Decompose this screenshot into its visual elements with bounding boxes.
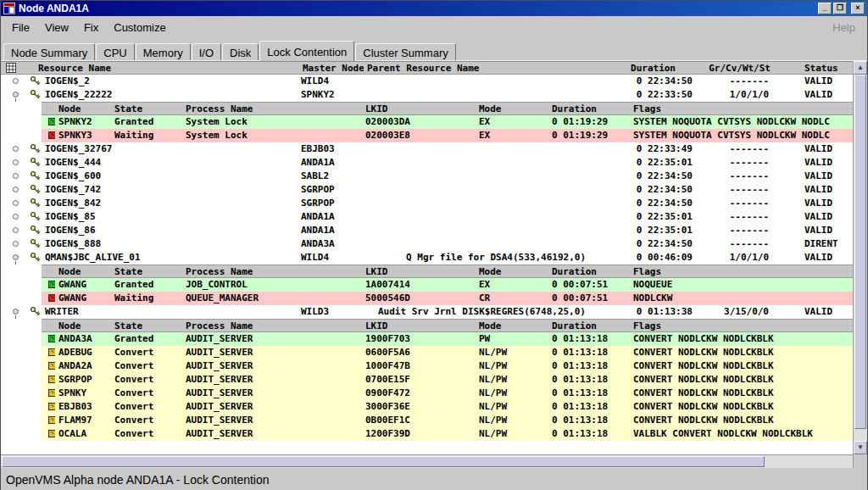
tree-toggle-icon[interactable] (1, 224, 25, 237)
resource-status: VALID (781, 156, 853, 170)
horizontal-scrollbar[interactable] (1, 454, 853, 468)
lock-row[interactable]: FLAM97ConvertAUDIT_SERVER0B00EF1CNL/PW0 … (42, 414, 853, 427)
resource-duration: 0 22:33:49 (589, 142, 699, 156)
lock-row[interactable]: SPNKYConvertAUDIT_SERVER0900F472NL/PW0 0… (42, 387, 853, 400)
scroll-down-icon[interactable]: ▼ (854, 441, 867, 454)
minimize-button[interactable]: _ (818, 3, 832, 14)
lock-row[interactable]: GWANGGrantedJOB_CONTROL1A007414EX0 00:07… (42, 278, 853, 292)
lock-state-icon (42, 115, 55, 129)
tab-lock-contention[interactable]: Lock Contention (259, 41, 354, 61)
lock-col-lkid: LKID (362, 320, 476, 331)
resource-row[interactable]: IOGEN$_444ANDA1A0 22:35:01-------VALID (1, 156, 853, 170)
title-bar[interactable]: Node ANDA1A _ ❐ × (1, 1, 867, 16)
close-button[interactable]: × (851, 3, 865, 14)
resource-row[interactable]: IOGEN$_2WILD40 22:34:50-------VALID (1, 75, 853, 88)
resource-row[interactable]: IOGEN$_600SABL20 22:34:50-------VALID (1, 170, 853, 183)
tab-io[interactable]: I/O (192, 43, 221, 60)
menu-file[interactable]: File (4, 19, 37, 36)
resource-row[interactable]: IOGEN$_85ANDA1A0 22:35:01-------VALID (1, 210, 853, 224)
resource-row[interactable]: WRITERWILD3Audit Srv Jrnl DISK$REGRES(67… (1, 305, 853, 319)
vertical-scrollbar[interactable]: ▲ ▼ (853, 61, 867, 454)
lock-state-icon (42, 292, 55, 305)
lock-row[interactable]: ANDA2AConvertAUDIT_SERVER1000F47BNL/PW0 … (42, 359, 853, 373)
tab-memory[interactable]: Memory (136, 43, 191, 60)
tree-toggle-icon[interactable] (1, 88, 25, 102)
resource-key-icon (25, 170, 43, 183)
resource-key-icon (25, 251, 43, 264)
resource-row[interactable]: IOGEN$_742SGRPOP0 22:34:50-------VALID (1, 183, 853, 197)
resource-row[interactable]: QMAN$JBC_ALIVE_01WILD4Q Mgr file for DSA… (1, 251, 853, 264)
col-duration[interactable]: Duration (589, 62, 699, 74)
resource-row[interactable]: IOGEN$_22222SPNKY20 22:33:501/0/1/0VALID (1, 88, 853, 102)
resource-name: IOGEN$_22222 (43, 88, 299, 102)
gr-cv-wt-st-value: ------- (699, 210, 781, 224)
menu-fix[interactable]: Fix (76, 19, 106, 36)
lock-row[interactable]: ADEBUGConvertAUDIT_SERVER0600F5A6NL/PW0 … (42, 346, 853, 359)
resource-row[interactable]: IOGEN$_32767EBJB030 22:33:49-------VALID (1, 142, 853, 156)
col-status[interactable]: Status (781, 62, 853, 74)
lock-row[interactable]: EBJB03ConvertAUDIT_SERVER3000F36ENL/PW0 … (42, 400, 853, 414)
resource-row[interactable]: IOGEN$_86ANDA1A0 22:35:01-------VALID (1, 224, 853, 237)
lock-state-icon (42, 332, 55, 346)
resource-row[interactable]: IOGEN$_888ANDA3A0 22:34:50-------DIRENT (1, 237, 853, 251)
parent-resource-name (364, 197, 589, 210)
tree-toggle-icon[interactable] (1, 156, 25, 170)
tree-toggle-icon[interactable] (1, 305, 25, 319)
menu-view[interactable]: View (37, 19, 76, 36)
tree-toggle-icon[interactable] (1, 251, 25, 264)
resource-key-icon (25, 305, 43, 319)
tree-toggle-icon[interactable] (1, 183, 25, 197)
resource-duration: 0 22:34:50 (589, 183, 699, 197)
lock-col-process: Process Name (182, 265, 362, 277)
resource-status: VALID (781, 224, 853, 237)
lock-icon-spacer (42, 265, 55, 277)
lock-lkid: 1000F47B (362, 359, 476, 373)
lock-mode: EX (476, 278, 548, 292)
tab-node-summary[interactable]: Node Summary (3, 43, 95, 60)
resource-status: VALID (781, 251, 853, 264)
lock-mode: CR (476, 292, 548, 305)
lock-process-name: AUDIT_SERVER (182, 387, 362, 400)
tree-toggle-icon[interactable] (1, 237, 25, 251)
resource-duration: 0 22:35:01 (589, 224, 699, 237)
lock-duration: 0 01:13:18 (548, 346, 630, 359)
col-master-node[interactable]: Master Node (299, 62, 364, 74)
table-grid-icon (1, 62, 35, 74)
lock-row[interactable]: GWANGWaitingQUEUE_MANAGER5000546DCR0 00:… (42, 292, 853, 305)
lock-subtable-header: NodeStateProcess NameLKIDModeDurationFla… (42, 102, 853, 115)
lock-row[interactable]: OCALAConvertAUDIT_SERVER1200F39DNL/PW0 0… (42, 427, 853, 441)
lock-duration: 0 00:07:51 (548, 278, 630, 292)
resource-duration: 0 22:34:50 (589, 75, 699, 88)
tree-toggle-icon[interactable] (1, 197, 25, 210)
horizontal-scroll-thumb[interactable] (2, 456, 765, 467)
maximize-button[interactable]: ❐ (833, 3, 847, 14)
lock-row[interactable]: ANDA3AGrantedAUDIT_SERVER1900F703PW0 01:… (42, 332, 853, 346)
tab-cpu[interactable]: CPU (96, 43, 134, 60)
vertical-scroll-thumb[interactable] (854, 75, 866, 429)
tree-toggle-icon[interactable] (1, 142, 25, 156)
lock-col-duration: Duration (548, 320, 630, 331)
menu-customize[interactable]: Customize (106, 19, 173, 36)
lock-row[interactable]: SGRPOPConvertAUDIT_SERVER0700E15FNL/PW0 … (42, 373, 853, 387)
tree-toggle-icon[interactable] (1, 170, 25, 183)
lock-state-icon (42, 387, 55, 400)
lock-state: Convert (111, 346, 182, 359)
lock-lkid: 0900F472 (362, 387, 476, 400)
resource-row[interactable]: IOGEN$_842SGRPOP0 22:34:50-------VALID (1, 197, 853, 210)
scroll-up-icon[interactable]: ▲ (854, 61, 867, 75)
tab-cluster-summary[interactable]: Cluster Summary (355, 43, 455, 60)
col-gr-cv-wt-st[interactable]: Gr/Cv/Wt/St (699, 62, 781, 74)
tree-toggle-icon[interactable] (1, 75, 25, 88)
lock-flags: SYSTEM NOQUOTA CVTSYS NODLCKW NODLC (630, 129, 853, 142)
lock-row[interactable]: SPNKY3WaitingSystem Lock020003E8EX0 01:1… (42, 129, 853, 142)
tab-disk[interactable]: Disk (222, 43, 259, 60)
vertical-scroll-track (854, 75, 867, 441)
col-parent-resource[interactable]: Parent Resource Name (364, 62, 589, 74)
tree-toggle-icon[interactable] (1, 210, 25, 224)
lock-row[interactable]: SPNKY2GrantedSystem Lock020003DAEX0 01:1… (42, 115, 853, 129)
lock-col-state: State (111, 103, 182, 114)
lock-process-name: AUDIT_SERVER (182, 332, 362, 346)
col-resource-name[interactable]: Resource Name (35, 62, 299, 74)
menu-help[interactable]: Help (824, 19, 864, 36)
lock-node: ANDA3A (55, 332, 111, 346)
